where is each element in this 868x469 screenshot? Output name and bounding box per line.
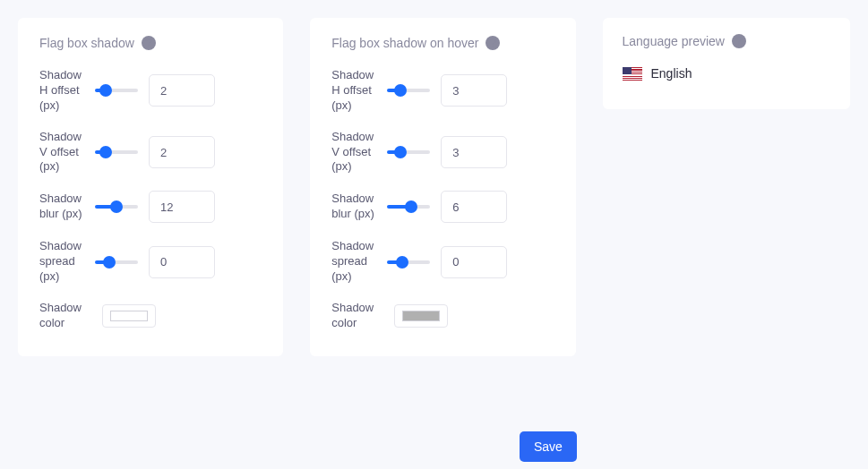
panel-title-row: Language preview ? <box>623 34 830 48</box>
shadow-h-offset-label: Shadow H offset (px) <box>39 68 84 114</box>
shadow-spread-slider[interactable] <box>95 255 138 269</box>
shadow-blur-input[interactable] <box>149 191 215 223</box>
panel-title-row: Flag box shadow ? <box>39 36 262 50</box>
hover-color-label: Shadow color <box>331 301 376 331</box>
shadow-v-offset-slider[interactable] <box>95 145 138 159</box>
shadow-color-picker[interactable] <box>102 304 156 328</box>
hover-blur-input[interactable] <box>441 191 507 223</box>
hover-blur-slider[interactable] <box>387 200 430 214</box>
save-button[interactable]: Save <box>520 431 577 462</box>
hover-color-picker[interactable] <box>394 304 448 328</box>
shadow-v-offset-input[interactable] <box>149 136 215 168</box>
shadow-v-offset-row: Shadow V offset (px) <box>39 130 262 175</box>
hover-color-row: Shadow color <box>331 301 554 331</box>
shadow-spread-input[interactable] <box>149 246 215 278</box>
help-icon[interactable]: ? <box>142 36 156 50</box>
shadow-h-offset-slider[interactable] <box>95 83 138 98</box>
hover-blur-row: Shadow blur (px) <box>331 191 554 223</box>
hover-spread-input[interactable] <box>441 246 507 278</box>
shadow-color-swatch <box>110 311 148 321</box>
help-icon[interactable]: ? <box>732 34 746 48</box>
language-preview-row: English <box>623 66 830 81</box>
hover-blur-label: Shadow blur (px) <box>331 192 376 222</box>
us-flag-icon <box>623 67 642 81</box>
shadow-h-offset-row: Shadow H offset (px) <box>39 68 262 114</box>
shadow-color-row: Shadow color <box>39 301 262 331</box>
hover-color-swatch <box>402 311 440 321</box>
shadow-spread-label: Shadow spread (px) <box>39 239 84 285</box>
panel-title-row: Flag box shadow on hover ? <box>331 36 554 50</box>
hover-h-offset-slider[interactable] <box>387 83 430 98</box>
flag-box-shadow-hover-panel: Flag box shadow on hover ? Shadow H offs… <box>310 18 575 356</box>
panel-title: Flag box shadow <box>39 36 134 50</box>
shadow-blur-label: Shadow blur (px) <box>39 192 84 222</box>
hover-spread-row: Shadow spread (px) <box>331 239 554 285</box>
shadow-v-offset-label: Shadow V offset (px) <box>39 130 84 175</box>
shadow-blur-row: Shadow blur (px) <box>39 191 262 223</box>
panel-title: Language preview <box>623 34 725 48</box>
help-icon[interactable]: ? <box>486 36 500 50</box>
flag-box-shadow-panel: Flag box shadow ? Shadow H offset (px) S… <box>18 18 283 356</box>
hover-v-offset-slider[interactable] <box>387 145 430 159</box>
hover-v-offset-input[interactable] <box>441 136 507 168</box>
hover-v-offset-row: Shadow V offset (px) <box>331 130 554 175</box>
preview-language-label: English <box>651 66 692 81</box>
hover-spread-label: Shadow spread (px) <box>331 239 376 285</box>
shadow-spread-row: Shadow spread (px) <box>39 239 262 285</box>
shadow-color-label: Shadow color <box>39 301 84 331</box>
panel-title: Flag box shadow on hover <box>331 36 478 50</box>
language-preview-panel: Language preview ? English <box>603 18 850 109</box>
shadow-h-offset-input[interactable] <box>149 74 215 107</box>
hover-spread-slider[interactable] <box>387 255 430 269</box>
hover-h-offset-input[interactable] <box>441 74 507 107</box>
hover-v-offset-label: Shadow V offset (px) <box>331 130 376 175</box>
hover-h-offset-label: Shadow H offset (px) <box>331 68 376 114</box>
hover-h-offset-row: Shadow H offset (px) <box>331 68 554 114</box>
shadow-blur-slider[interactable] <box>95 200 138 214</box>
